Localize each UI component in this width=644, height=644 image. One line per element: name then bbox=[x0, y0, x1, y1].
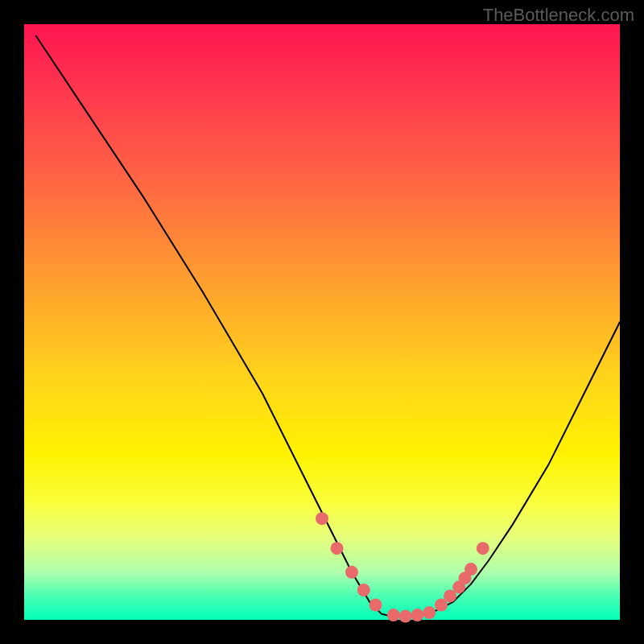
marker-point bbox=[411, 609, 423, 621]
highlight-markers bbox=[316, 512, 489, 622]
chart-plot-area bbox=[24, 24, 620, 620]
chart-svg bbox=[24, 24, 620, 620]
marker-point bbox=[316, 512, 328, 525]
marker-point bbox=[387, 609, 400, 621]
marker-point bbox=[399, 610, 412, 623]
marker-point bbox=[345, 566, 358, 579]
marker-point bbox=[464, 563, 477, 576]
marker-point bbox=[369, 599, 382, 612]
marker-point bbox=[423, 606, 436, 619]
marker-point bbox=[331, 542, 344, 555]
watermark-text: TheBottleneck.com bbox=[483, 5, 634, 26]
marker-point bbox=[357, 584, 370, 597]
marker-point bbox=[477, 542, 489, 555]
bottleneck-curve bbox=[36, 36, 620, 617]
